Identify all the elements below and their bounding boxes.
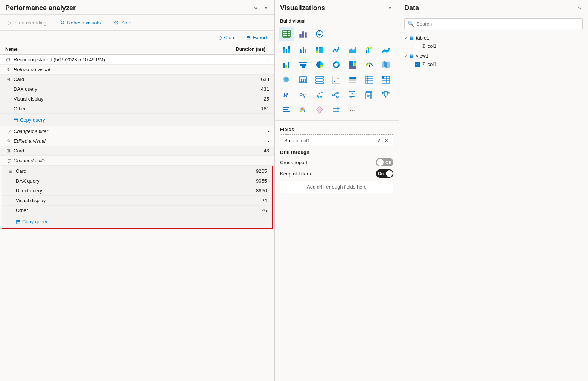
arrow-viz-button[interactable]	[328, 103, 344, 117]
row-duration: 9205	[214, 168, 267, 174]
view1-header[interactable]: ∨ ▦ view1	[404, 52, 583, 60]
gauge-viz-button[interactable]	[361, 58, 377, 72]
donut-chart-viz-button[interactable]	[328, 58, 344, 72]
r-visual-viz-button[interactable]: R	[279, 88, 294, 102]
bar-chart2-viz-button[interactable]	[279, 103, 294, 117]
diamond-viz-button[interactable]	[312, 103, 328, 117]
row-duration: 431	[216, 86, 269, 92]
cross-report-toggle[interactable]: Off	[376, 158, 393, 166]
refresh-visuals-button[interactable]: ↻ Refresh visuals	[58, 18, 103, 27]
scatter-viz-button[interactable]	[312, 88, 328, 102]
bar-chart-viz-button[interactable]	[295, 27, 311, 41]
svg-text:Py: Py	[299, 92, 306, 98]
close-panel-button[interactable]: ×	[263, 4, 269, 12]
decomp-tree-viz-button[interactable]	[328, 88, 344, 102]
trophy-viz-button[interactable]	[378, 88, 394, 102]
slicer-viz-button[interactable]	[345, 73, 361, 87]
field-remove-button[interactable]: ×	[384, 137, 389, 144]
svg-text:?: ?	[351, 92, 353, 96]
row-duration: -	[216, 67, 269, 72]
azure-map-viz-button[interactable]	[295, 103, 311, 117]
kpi-viz-button[interactable]: ▲ 12%▲	[328, 73, 344, 87]
row-name: Visual display	[16, 198, 214, 203]
more-viz-button[interactable]: ···	[345, 103, 361, 117]
table-viz-button[interactable]	[279, 27, 294, 41]
python-viz-button[interactable]: Py	[295, 88, 311, 102]
line-chart-viz-button[interactable]	[328, 43, 344, 57]
line-clustered-viz-button[interactable]	[361, 43, 377, 57]
svg-rect-14	[286, 49, 287, 53]
toggle-on-label: On	[378, 171, 384, 176]
export-button[interactable]: ⬒ Export	[244, 33, 269, 42]
minus-icon-2: ⊟	[8, 169, 14, 174]
expand-data-button[interactable]: »	[576, 4, 583, 12]
svg-rect-16	[288, 49, 290, 53]
filter-icon: ▽	[5, 129, 11, 134]
view1-col1-item: Σ col1	[404, 60, 583, 68]
stacked-bar-viz-button[interactable]	[279, 43, 294, 57]
viz-type-row-selected	[275, 25, 399, 41]
clear-button[interactable]: ◇ Clear	[216, 33, 238, 42]
ribbon-chart-viz-button[interactable]	[378, 43, 394, 57]
clustered-bar-viz-button[interactable]	[295, 43, 311, 57]
copy-query-button-1[interactable]: ⬒ Copy query	[14, 116, 45, 124]
shape-map-viz-button[interactable]	[279, 73, 294, 87]
svg-rect-31	[368, 48, 369, 53]
funnel-viz-button[interactable]	[295, 58, 311, 72]
table1-header[interactable]: ∨ ▦ table1	[404, 34, 583, 42]
row-duration: 8660	[214, 188, 267, 194]
sigma-icon-2: Σ	[422, 62, 425, 67]
keep-filters-toggle[interactable]: On	[376, 169, 393, 178]
search-box[interactable]: 🔍	[404, 18, 583, 29]
keep-filters-label: Keep all filters	[280, 171, 311, 177]
waterfall-viz-button[interactable]	[279, 58, 294, 72]
map-viz-button[interactable]	[378, 58, 394, 72]
table1-col1-checkbox[interactable]	[415, 44, 420, 49]
table-row: ⬒ Copy query	[2, 215, 272, 228]
view1-col1-checkbox[interactable]	[415, 62, 420, 67]
row-duration: 25	[216, 96, 269, 102]
multirow-card-viz-button[interactable]	[312, 73, 328, 87]
area-chart-viz-button[interactable]	[345, 43, 361, 57]
row-name: ⏱ Recording started (5/15/2023 5:10:49 P…	[5, 57, 216, 62]
field-expand-button[interactable]: ∨	[376, 137, 382, 144]
paginated-viz-button[interactable]	[361, 88, 377, 102]
pie-chart-viz-button[interactable]	[312, 58, 328, 72]
svg-rect-96	[283, 107, 289, 108]
100pct-bar-viz-button[interactable]	[312, 43, 328, 57]
treemap-viz-button[interactable]	[345, 58, 361, 72]
table2-viz-button[interactable]	[361, 73, 377, 87]
table-row: ▽ Changed a filter -	[0, 156, 274, 166]
clock-icon: ⏱	[5, 57, 11, 62]
toolbar-row: ▷ Start recording ↻ Refresh visuals ⊙ St…	[0, 15, 274, 31]
expand-panel-button[interactable]: »	[253, 4, 259, 12]
data-panel: Data » 🔍 ∨ ▦ table1 Σ col1 ∨ ▦ view1	[399, 0, 588, 381]
stop-icon: ⊙	[114, 19, 119, 26]
expand-viz-button[interactable]: »	[387, 4, 393, 12]
drill-through-fields-placeholder[interactable]: Add drill-through fields here	[280, 181, 393, 193]
drill-through-section: Drill through Cross-report Off Keep all …	[275, 146, 399, 196]
analytics-viz-button[interactable]	[312, 27, 328, 41]
table-icon: ▦	[409, 35, 414, 41]
table1-label: table1	[416, 35, 429, 41]
toggle-knob-on	[386, 170, 393, 177]
qa-viz-button[interactable]: ?	[345, 88, 361, 102]
svg-rect-44	[349, 66, 356, 69]
matrix-viz-button[interactable]	[378, 73, 394, 87]
svg-rect-34	[288, 62, 289, 68]
fields-section-label: Fields	[275, 123, 399, 134]
svg-rect-80	[332, 94, 334, 96]
search-input[interactable]	[416, 21, 579, 27]
search-icon: 🔍	[408, 21, 414, 27]
copy-query-button-2[interactable]: ⬒ Copy query	[16, 217, 47, 226]
stop-button[interactable]: ⊙ Stop	[112, 18, 134, 27]
svg-line-83	[334, 93, 337, 95]
start-recording-button[interactable]: ▷ Start recording	[5, 18, 49, 27]
fields-area: Sum of col1 ∨ ×	[280, 134, 393, 146]
toggle-knob	[377, 159, 384, 166]
chevron-down-icon-2: ∨	[404, 54, 407, 58]
card-viz-button[interactable]: 123	[295, 73, 311, 87]
row-name: ⊟ Card	[5, 76, 216, 82]
svg-point-98	[301, 108, 303, 110]
svg-rect-88	[366, 92, 371, 99]
